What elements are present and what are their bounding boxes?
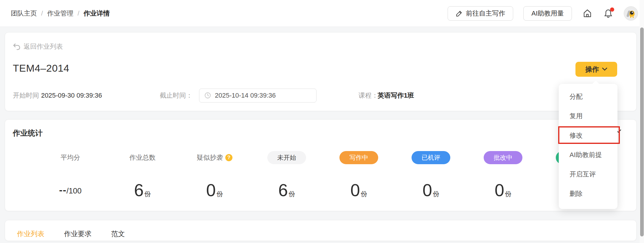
- stat-number: 0: [350, 180, 360, 200]
- breadcrumb: 团队主页 / 作业管理 / 作业详情: [11, 0, 110, 27]
- stat-suffix: 份: [361, 190, 367, 199]
- back-to-assignment-list-link[interactable]: 返回作业列表: [13, 42, 63, 51]
- course-value: 英语写作1班: [378, 91, 414, 100]
- stat-not-started-value: 6 份: [251, 178, 323, 202]
- tab-bar: 作业列表 作业要求 范文: [17, 229, 125, 239]
- stats-title: 作业统计: [13, 128, 43, 138]
- stat-plagiarism-value: 0 份: [179, 178, 251, 202]
- stat-number: 6: [278, 180, 288, 200]
- home-icon[interactable]: [582, 8, 593, 19]
- deadline-label: 截止时间：: [160, 91, 193, 100]
- menu-item-delete[interactable]: 删除: [559, 184, 617, 203]
- stat-total-label: 作业总数: [106, 150, 179, 166]
- chevron-down-icon: [602, 67, 607, 71]
- notification-dot: [610, 7, 614, 12]
- start-time-value: 2025-09-30 09:39:36: [41, 92, 102, 99]
- stat-machine-graded-badge: 已机评: [395, 150, 467, 166]
- start-time-label: 开始时间：: [13, 91, 46, 100]
- stat-suffix: /100: [66, 186, 82, 196]
- breadcrumb-separator: /: [77, 10, 79, 17]
- status-badge: 未开始: [267, 151, 306, 164]
- go-self-writing-button[interactable]: 前往自主写作: [448, 6, 513, 21]
- stat-label: 平均分: [60, 153, 80, 162]
- ai-assistant-usage-label: AI助教用量: [531, 9, 564, 18]
- stat-suffix: 份: [288, 190, 295, 199]
- menu-item-enable-peer-review[interactable]: 开启互评: [559, 164, 617, 184]
- assignment-detail-tabs-card: 作业列表 作业要求 范文: [5, 220, 637, 241]
- stats-values-row: -- /100 6 份 0 份 6 份 0 份: [34, 178, 611, 202]
- help-icon[interactable]: ?: [225, 154, 232, 161]
- stat-number: 0: [206, 180, 215, 200]
- notification-bell-icon[interactable]: [603, 8, 614, 19]
- stat-suffix: 份: [216, 190, 223, 199]
- stat-grading-badge: 批改中: [467, 150, 539, 166]
- assignment-stats-card: 作业统计 平均分 作业总数 疑似抄袭 ? 未开始 写作中 已机评 批改中: [5, 119, 637, 211]
- menu-item-ai-assistant-premise[interactable]: AI助教前提: [559, 145, 617, 164]
- stat-writing-value: 0 份: [323, 178, 395, 202]
- stat-number: --: [59, 184, 66, 196]
- undo-arrow-icon: [13, 43, 21, 50]
- avatar[interactable]: [624, 6, 638, 21]
- scrollbar-track[interactable]: [640, 0, 644, 243]
- action-dropdown-menu: 分配 复用 修改 AI助教前提 开启互评 删除: [559, 84, 617, 209]
- breadcrumb-homework-detail: 作业详情: [83, 9, 110, 18]
- stat-total-value: 6 份: [106, 178, 179, 202]
- tab-homework-list[interactable]: 作业列表: [17, 229, 44, 239]
- deadline-input[interactable]: 2025-10-14 09:39:36: [199, 88, 316, 102]
- top-header: 团队主页 / 作业管理 / 作业详情 前往自主写作 AI助教用量: [0, 0, 644, 27]
- menu-item-reuse[interactable]: 复用: [559, 106, 617, 126]
- deadline-value: 2025-10-14 09:39:36: [215, 92, 276, 99]
- back-link-label: 返回作业列表: [24, 42, 63, 51]
- stat-writing-badge: 写作中: [323, 150, 395, 166]
- stat-suffix: 份: [505, 190, 511, 199]
- action-button-label: 操作: [585, 65, 599, 74]
- tab-sample-essay[interactable]: 范文: [111, 229, 125, 239]
- breadcrumb-separator: /: [41, 10, 43, 17]
- stat-suffix: 份: [433, 190, 439, 199]
- stat-number: 0: [495, 180, 504, 200]
- stat-number: 0: [423, 180, 432, 200]
- header-actions: 前往自主写作 AI助教用量: [448, 0, 638, 27]
- clock-icon: [204, 92, 211, 99]
- assignment-meta-row: 开始时间： 2025-09-30 09:39:36 截止时间： 2025-10-…: [5, 88, 636, 102]
- menu-item-assign[interactable]: 分配: [559, 87, 617, 106]
- status-badge: 已机评: [412, 151, 450, 164]
- stat-plagiarism-label: 疑似抄袭 ?: [179, 150, 251, 166]
- action-button[interactable]: 操作: [575, 62, 617, 77]
- robot-mascot-icon: [625, 7, 637, 19]
- stat-suffix: 份: [144, 190, 151, 199]
- stats-labels-row: 平均分 作业总数 疑似抄袭 ? 未开始 写作中 已机评 批改中: [34, 150, 611, 166]
- status-badge: 写作中: [339, 151, 378, 164]
- status-badge: 批改中: [484, 151, 522, 164]
- stat-average-score-label: 平均分: [34, 150, 106, 166]
- go-self-writing-label: 前往自主写作: [466, 9, 505, 18]
- breadcrumb-team-home[interactable]: 团队主页: [11, 9, 37, 18]
- stat-machine-graded-value: 0 份: [395, 178, 467, 202]
- scrollbar-thumb[interactable]: [640, 27, 644, 236]
- stat-label: 疑似抄袭: [197, 153, 223, 162]
- pencil-icon: [456, 10, 463, 17]
- tab-homework-requirements[interactable]: 作业要求: [64, 229, 91, 239]
- stat-grading-value: 0 份: [467, 178, 539, 202]
- menu-item-modify[interactable]: 修改: [559, 126, 617, 145]
- stat-number: 6: [134, 180, 143, 200]
- ai-assistant-usage-button[interactable]: AI助教用量: [523, 6, 572, 21]
- course-label: 课程：: [359, 91, 378, 100]
- stat-average-score-value: -- /100: [34, 178, 106, 202]
- assignment-info-card: 返回作业列表 TEM4–2014 开始时间： 2025-09-30 09:39:…: [5, 32, 637, 111]
- assignment-title: TEM4–2014: [13, 62, 69, 74]
- stat-label: 作业总数: [129, 153, 156, 162]
- stat-not-started-badge: 未开始: [251, 150, 323, 166]
- breadcrumb-homework-management[interactable]: 作业管理: [47, 9, 73, 18]
